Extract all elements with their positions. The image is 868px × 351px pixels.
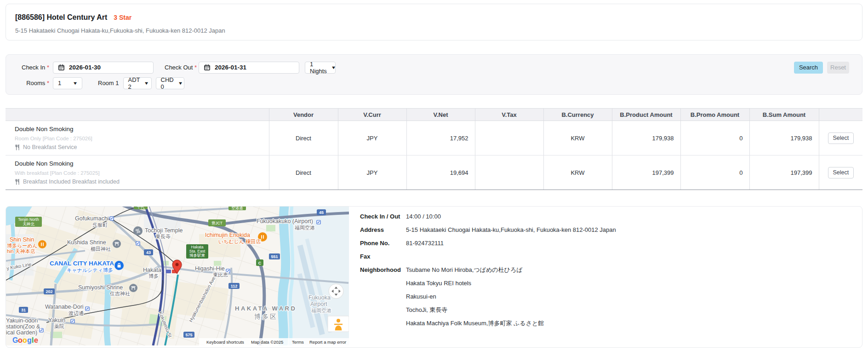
label-canal-city: CANAL CITY HAKATA (50, 260, 114, 267)
hotel-title-row: [886586] Hotel Century Art 3 Star (15, 13, 853, 22)
shield-45: 45 (319, 210, 324, 215)
svg-text:G: G (12, 336, 18, 344)
cell-room: Double Non Smoking Room Only [Plan Code … (6, 121, 269, 155)
google-logo[interactable]: G o o g l e (12, 336, 38, 344)
map[interactable]: Tenjin North 天神北 千代 空港通 豊JCT Hakata Sta.… (6, 207, 349, 345)
children-select[interactable]: CHD 0 ▼ (156, 77, 184, 89)
detail-row-address: Address 5-15 Hakataeki Chuogai Hakata-ku… (360, 226, 847, 234)
svg-text:博多駅東: 博多駅東 (189, 253, 206, 258)
search-row-dates: Check In * 2026-01-30 Check Out * 2026-0… (19, 61, 849, 74)
nights-select[interactable]: 1 Nights ▼ (305, 62, 336, 74)
svg-text:住吉神社: 住吉神社 (109, 291, 130, 296)
svg-text:櫛田神社: 櫛田神社 (91, 246, 111, 252)
svg-text:渡辺通: 渡辺通 (68, 311, 84, 316)
select-rate-button[interactable]: Select (828, 132, 854, 144)
svg-text:g: g (27, 336, 32, 344)
cell-b-product: 179,938 (612, 121, 680, 155)
detail-label: Address (360, 226, 406, 234)
shield-575: 575 (185, 333, 192, 337)
chevron-down-icon: ▼ (73, 81, 78, 86)
children-value: CHD 0 (161, 76, 174, 90)
label-fukuoka-airport: Fukuoka (308, 294, 331, 301)
required-asterisk: * (47, 64, 49, 71)
check-in-input[interactable]: 2026-01-30 (53, 62, 154, 74)
cell-v-tax (475, 121, 543, 155)
shield-112: 112 (231, 284, 238, 288)
cell-v-curr: JPY (338, 155, 406, 190)
col-b-promo: B.Promo Amount (680, 109, 749, 121)
detail-row-neighborhood: Neighborhood Tsubame No Mori Hiroba,つばめの… (360, 266, 847, 333)
label-hakata: Hakata (143, 267, 161, 273)
adults-select[interactable]: ADT 2 ▼ (123, 77, 152, 89)
cell-b-currency: KRW (543, 121, 612, 155)
rooms-select[interactable]: 1 ▼ (53, 77, 82, 89)
map-pan-control[interactable] (329, 284, 343, 299)
terms-link[interactable]: Terms (292, 339, 304, 345)
cell-b-product: 197,399 (612, 155, 680, 190)
room-plan: Room Only [Plan Code : 275026] (15, 136, 264, 141)
detail-row-fax: Fax (360, 253, 847, 260)
restaurant-icon (38, 240, 46, 248)
rates-header-row: Vendor V.Curr V.Net V.Tax B.Currency B.P… (6, 109, 862, 121)
svg-text:呉服町: 呉服町 (92, 222, 108, 228)
svg-text:hin 天神本店: hin 天神本店 (7, 248, 35, 254)
shield-31: 31 (21, 308, 26, 312)
search-button[interactable]: Search (794, 62, 823, 74)
search-row-rooms: Rooms * 1 ▼ Room 1 ADT 2 ▼ CHD 0 ▼ (19, 77, 849, 89)
check-out-input[interactable]: 2026-01-31 (199, 62, 299, 74)
keyboard-shortcuts-link[interactable]: Keyboard shortcuts (206, 339, 244, 345)
svg-text:e: e (34, 336, 38, 344)
col-v-net: V.Net (406, 109, 475, 121)
reset-button[interactable]: Reset (827, 62, 849, 74)
svg-text:福岡空港: 福岡空港 (295, 225, 315, 230)
calendar-icon (58, 64, 65, 71)
cell-b-promo: 0 (680, 155, 749, 190)
svg-text:o: o (23, 336, 27, 344)
detail-label: Phone No. (360, 240, 406, 247)
cell-v-net: 19,694 (406, 155, 475, 190)
select-rate-button[interactable]: Select (828, 167, 854, 178)
meal-icon (15, 179, 20, 185)
col-vendor: Vendor (269, 109, 338, 121)
map-canvas[interactable]: Tenjin North 天神北 千代 空港通 豊JCT Hakata Sta.… (6, 207, 349, 345)
shield-c: C (258, 261, 262, 265)
room-name: Double Non Smoking (15, 160, 264, 167)
svg-text:東比恵: 東比恵 (213, 272, 228, 277)
cell-room: Double Non Smoking With breakfast [Plan … (6, 155, 269, 190)
shrine-icon (129, 284, 137, 292)
shield-43: 43 (146, 250, 151, 255)
badge-kuko-dori: 空港通 (231, 207, 243, 210)
required-asterisk: * (47, 80, 49, 86)
label-hakata-ward: HAKATA WARD (235, 305, 297, 312)
cell-select: Select (819, 155, 862, 190)
svg-text:ical Garden): ical Garden) (6, 329, 37, 336)
hotel-details: Check In / Out 14:00 / 10:00 Address 5-1… (360, 213, 847, 339)
cell-vendor: Direct (269, 121, 338, 155)
svg-text:o: o (18, 336, 23, 344)
cell-v-curr: JPY (338, 121, 406, 155)
chevron-down-icon: ▼ (177, 81, 183, 86)
badge-tenjin-north: Tenjin North (18, 217, 39, 222)
svg-text:いちむじん 榎田店: いちむじん 榎田店 (218, 239, 261, 244)
jr-badge-blue (166, 270, 171, 273)
hotel-header-card: [886586] Hotel Century Art 3 Star 5-15 H… (6, 4, 862, 40)
hotel-title: [886586] Hotel Century Art (15, 13, 107, 22)
room-meal: Breakfast Included Breakfast included (15, 178, 264, 185)
neighborhood-item: Rakusui-en (406, 293, 544, 300)
col-b-sum: B.Sum Amount (749, 109, 819, 121)
pegman-control[interactable] (328, 316, 349, 332)
rate-row: Double Non Smoking Room Only [Plan Code … (6, 121, 862, 155)
rate-row: Double Non Smoking With breakfast [Plan … (6, 155, 862, 190)
col-select (819, 109, 862, 121)
svg-text:天神北: 天神北 (23, 222, 34, 226)
svg-text:博多: 博多 (148, 273, 159, 279)
neighborhood-list: Tsubame No Mori Hiroba,つばめの杜ひろば Hakata T… (406, 266, 544, 333)
neighborhood-item: Hakata Tokyu REI hotels (406, 280, 544, 287)
nights-value: 1 Nights (310, 61, 327, 75)
room-meal: No Breakfast Service (15, 144, 264, 150)
cell-b-promo: 0 (680, 121, 749, 155)
map-attribution: Keyboard shortcuts Map data ©2025 Terms … (199, 338, 349, 345)
label-higashi-hie: Higashi-Hie (195, 265, 225, 272)
detail-row-phone: Phone No. 81-924732111 (360, 240, 847, 247)
report-map-error-link[interactable]: Report a map error (309, 339, 346, 345)
